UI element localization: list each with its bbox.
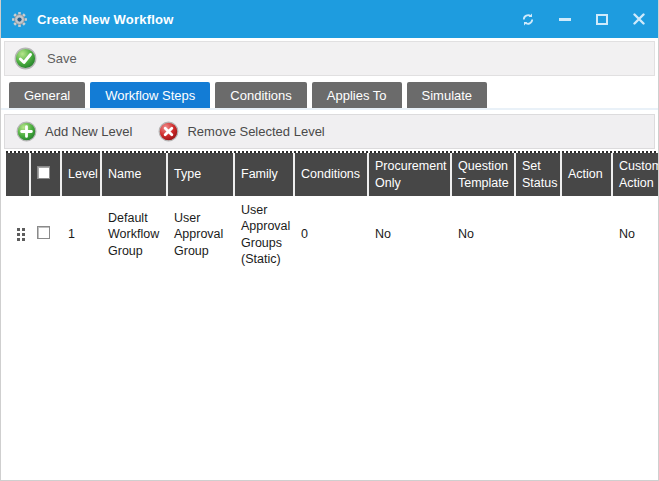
remove-selected-level-label: Remove Selected Level: [187, 124, 324, 139]
row-checkbox[interactable]: [37, 226, 50, 239]
cell-family: User Approval Groups (Static): [234, 196, 294, 273]
cell-level: 1: [61, 196, 101, 273]
cell-drag: [6, 196, 30, 273]
add-new-level-button[interactable]: Add New Level: [16, 121, 132, 142]
cell-type: User Approval Group: [167, 196, 234, 273]
cell-select: [30, 196, 61, 273]
x-circle-icon: [158, 121, 179, 142]
add-new-level-label: Add New Level: [45, 124, 132, 139]
col-level[interactable]: Level: [61, 153, 101, 196]
refresh-icon[interactable]: [521, 12, 535, 26]
minimize-icon[interactable]: [558, 12, 572, 26]
cell-set-status: [515, 196, 561, 273]
check-circle-icon: [14, 47, 37, 70]
maximize-icon[interactable]: [595, 12, 609, 26]
workflow-steps-grid: Level Name Type Family Conditions Procur…: [6, 151, 659, 273]
tab-label: Conditions: [230, 88, 291, 103]
tab-label: Simulate: [422, 88, 473, 103]
tab-conditions[interactable]: Conditions: [215, 82, 306, 108]
window-controls: [521, 12, 646, 26]
col-set-status[interactable]: Set Status: [515, 153, 561, 196]
tab-workflow-steps[interactable]: Workflow Steps: [90, 82, 210, 108]
tab-label: General: [24, 88, 70, 103]
create-new-workflow-dialog: Create New Workflow: [0, 0, 659, 481]
titlebar: Create New Workflow: [1, 0, 658, 38]
col-custom-action[interactable]: Custom Action: [612, 153, 659, 196]
tab-general[interactable]: General: [9, 82, 85, 108]
cell-action: [561, 196, 612, 273]
grid-toolbar: Add New Level Remove Selected Level: [4, 114, 655, 149]
header-row: Level Name Type Family Conditions Procur…: [6, 153, 659, 196]
col-name[interactable]: Name: [101, 153, 167, 196]
plus-circle-icon: [16, 121, 37, 142]
cell-procurement-only: No: [368, 196, 451, 273]
table-row[interactable]: 1 Default Workflow Group User Approval G…: [6, 196, 659, 273]
select-all-checkbox[interactable]: [37, 166, 50, 179]
col-select: [30, 153, 61, 196]
save-button[interactable]: Save: [14, 47, 77, 70]
drag-handle-icon[interactable]: [17, 228, 25, 241]
col-conditions[interactable]: Conditions: [294, 153, 368, 196]
gear-icon: [11, 11, 28, 28]
remove-selected-level-button[interactable]: Remove Selected Level: [158, 121, 324, 142]
save-toolbar: Save: [4, 41, 655, 76]
col-question-template[interactable]: Question Template: [451, 153, 515, 196]
cell-conditions: 0: [294, 196, 368, 273]
tab-strip: General Workflow Steps Conditions Applie…: [1, 76, 658, 110]
cell-question-template: No: [451, 196, 515, 273]
col-drag: [6, 153, 30, 196]
tab-label: Workflow Steps: [105, 88, 195, 103]
tab-simulate[interactable]: Simulate: [407, 82, 488, 108]
cell-name: Default Workflow Group: [101, 196, 167, 273]
col-type[interactable]: Type: [167, 153, 234, 196]
window-title: Create New Workflow: [37, 12, 173, 27]
col-action[interactable]: Action: [561, 153, 612, 196]
cell-custom-action: No: [612, 196, 659, 273]
close-icon[interactable]: [632, 12, 646, 26]
levels-table: Level Name Type Family Conditions Procur…: [6, 153, 659, 273]
save-label: Save: [47, 51, 77, 66]
tab-applies-to[interactable]: Applies To: [312, 82, 402, 108]
col-procurement-only[interactable]: Procurement Only: [368, 153, 451, 196]
col-family[interactable]: Family: [234, 153, 294, 196]
tab-label: Applies To: [327, 88, 387, 103]
